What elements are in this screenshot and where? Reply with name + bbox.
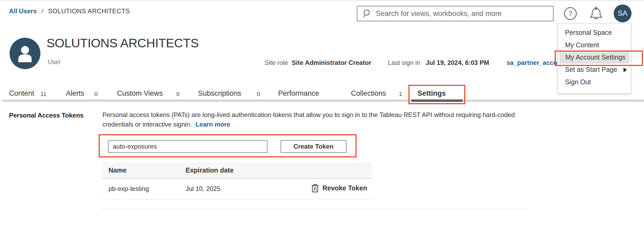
tokens-table-header: Name Expiration date (102, 162, 372, 179)
user-avatar[interactable]: SA (614, 5, 632, 22)
breadcrumb-separator: / (41, 7, 43, 15)
menu-item-set-as-start-page-label: Set as Start Page (565, 66, 617, 73)
tab-alerts-count[interactable]: 0 (94, 91, 98, 98)
tab-content-count[interactable]: 11 (40, 91, 47, 98)
svg-text:?: ? (568, 9, 572, 18)
tab-collections[interactable]: Collections (351, 89, 386, 98)
tab-subscriptions-count[interactable]: 0 (257, 91, 260, 98)
personal-access-tokens-label: Personal Access Tokens (9, 112, 83, 119)
tokens-table: Name Expiration date pb-exp-testing Jul … (102, 162, 372, 199)
tab-bar-track (2, 99, 644, 102)
account-dropdown-menu: Personal Space My Content My Account Set… (558, 23, 631, 94)
avatar-initials: SA (618, 9, 627, 18)
pat-description-line2-text: credentials or interactive signin. (102, 121, 192, 128)
token-name-input[interactable] (108, 140, 267, 153)
site-role-label: Site role (265, 59, 288, 66)
tab-custom-views-count[interactable]: 0 (176, 91, 179, 98)
trash-icon (311, 183, 319, 192)
token-expiration-cell: Jul 10, 2025 (186, 185, 220, 192)
breadcrumb-current-page: SOLUTIONS ARCHITECTS (48, 7, 130, 15)
search-icon (363, 9, 372, 18)
section-divider (102, 209, 528, 209)
column-header-expiration: Expiration date (186, 166, 234, 174)
token-name-cell: pb-exp-testing (108, 185, 149, 192)
menu-item-sign-out[interactable]: Sign Out (558, 76, 631, 88)
pat-description-line1: Personal access tokens (PATs) are long-l… (102, 111, 515, 119)
menu-item-set-as-start-page[interactable]: Set as Start Page (558, 63, 631, 76)
last-sign-in-label: Last sign in (388, 59, 420, 66)
menu-item-personal-space[interactable]: Personal Space (558, 26, 631, 39)
username-link[interactable]: sa_partner_accou (507, 59, 561, 66)
menu-item-my-account-settings[interactable]: My Account Settings (560, 51, 629, 63)
tab-performance[interactable]: Performance (278, 89, 319, 98)
active-tab-underline (411, 99, 463, 102)
tab-settings[interactable]: Settings (417, 89, 446, 98)
table-row: pb-exp-testing Jul 10, 2025 Revoke Token (102, 179, 372, 199)
revoke-token-button[interactable]: Revoke Token (311, 183, 367, 192)
notifications-bell-icon[interactable] (589, 6, 603, 21)
profile-meta-row: Site role Site Administrator Creator Las… (0, 59, 644, 67)
submenu-arrow-icon (624, 68, 627, 72)
site-role-value: Site Administrator Creator (292, 59, 371, 66)
tab-custom-views[interactable]: Custom Views (117, 89, 163, 98)
tab-alerts[interactable]: Alerts (66, 89, 84, 98)
tab-subscriptions[interactable]: Subscriptions (198, 89, 241, 98)
last-sign-in-value: Jul 19, 2024, 6:03 PM (426, 59, 489, 66)
revoke-token-label: Revoke Token (323, 184, 367, 192)
page-title: SOLUTIONS ARCHITECTS (47, 36, 199, 50)
help-icon[interactable]: ? (564, 7, 577, 20)
pat-description-line2: credentials or interactive signin.Learn … (102, 121, 230, 128)
tab-collections-count[interactable]: 1 (399, 91, 402, 98)
column-header-name: Name (108, 166, 127, 174)
top-divider (0, 0, 644, 1)
search-input[interactable]: Search for views, workbooks, and more (357, 6, 554, 21)
create-token-button[interactable]: Create Token (281, 140, 346, 153)
search-placeholder: Search for views, workbooks, and more (376, 10, 502, 18)
menu-item-my-content[interactable]: My Content (558, 39, 631, 51)
breadcrumb-all-users-link[interactable]: All Users (9, 7, 37, 15)
tab-content[interactable]: Content (9, 89, 34, 98)
breadcrumb: All Users/SOLUTIONS ARCHITECTS (9, 7, 130, 15)
learn-more-link[interactable]: Learn more (195, 121, 230, 128)
